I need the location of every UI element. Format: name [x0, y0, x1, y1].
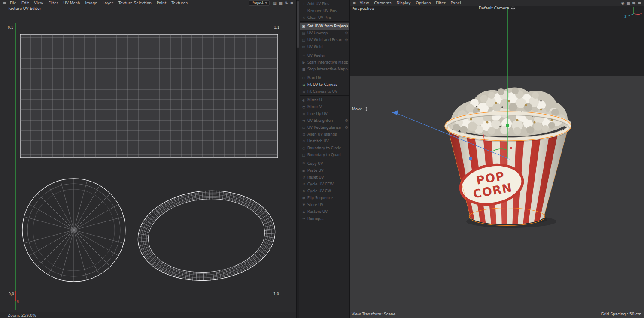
flip-icon: ⇄ [301, 196, 306, 200]
texture-uv-editor-panel: ≡ File Edit View Filter UV Mesh Image La… [0, 0, 296, 318]
gear-icon[interactable]: ⚙ [345, 118, 348, 123]
command-label: Cycle UV CW [307, 189, 331, 193]
command-fit-canvas-to-uv[interactable]: ⊟Fit Canvas to UV [300, 88, 349, 95]
uv-island-grid[interactable] [20, 34, 278, 158]
command-unstitch-uv[interactable]: ⊘Unstitch UV [300, 138, 349, 145]
menu-texture-selection[interactable]: Texture Selection [116, 1, 154, 5]
gear-icon[interactable]: ⚙ [345, 38, 348, 42]
menu-filter[interactable]: Filter [46, 1, 61, 5]
menu-icon[interactable]: ≡ [2, 1, 7, 5]
command-paste-uv[interactable]: ▣Paste UV [300, 167, 349, 174]
command-label: UV Unwrap [307, 31, 328, 35]
command-label: Cycle UV CCW [307, 182, 334, 186]
command-max-uv[interactable]: ▢Max UV [300, 74, 349, 81]
command-label: Boundary to Quad [307, 153, 341, 157]
uv-island-disc[interactable] [22, 179, 125, 282]
menu-textures[interactable]: Textures [169, 1, 190, 5]
play-icon: ▶ [301, 61, 306, 64]
mirror-v-icon: ◓ [301, 105, 306, 109]
command-label: Line Up UV [307, 112, 328, 116]
gizmo-y-handle[interactable] [506, 124, 509, 127]
vp-menu-display[interactable]: Display [394, 1, 413, 5]
stop-icon: ■ [301, 67, 306, 71]
menu-file[interactable]: File [7, 1, 19, 5]
menu-image[interactable]: Image [82, 1, 100, 5]
projection-icon: ▣ [301, 24, 306, 28]
command-label: Boundary to Circle [307, 146, 341, 150]
command-align-uv-islands[interactable]: ⊡Align UV Islands [300, 131, 349, 138]
command-mirror-v[interactable]: ◓Mirror V [300, 103, 349, 110]
command-set-uvw-from-projection[interactable]: ▣Set UVW from Projection⚙ [300, 23, 349, 30]
command-remove-uv-pins[interactable]: −Remove UV Pins [300, 7, 349, 14]
command-flip-sequence[interactable]: ⇄Flip Sequence [300, 194, 349, 201]
command-copy-uv[interactable]: ⧉Copy UV [300, 160, 349, 167]
command-boundary-to-circle[interactable]: ○Boundary to Circle [300, 145, 349, 151]
gizmo-z-arrow[interactable] [392, 110, 398, 115]
scrollbar-handle[interactable] [297, 1, 299, 48]
command-fit-uv-to-canvas[interactable]: ⊞Fit UV to Canvas [300, 81, 349, 88]
command-uv-weld-and-relax[interactable]: ◫UV Weld and Relax⚙ [300, 36, 349, 43]
fit-uv-icon: ⊞ [301, 83, 306, 87]
menu-view[interactable]: View [32, 1, 46, 5]
vp-menu-filter[interactable]: Filter [433, 1, 448, 5]
command-boundary-to-quad[interactable]: □Boundary to Quad [300, 151, 349, 158]
viewport-scene[interactable]: POP CORN [350, 0, 644, 318]
histogram-icon[interactable]: ▥ [272, 1, 278, 5]
view-mode-text: Perspective [352, 6, 374, 11]
command-clear-uv-pins[interactable]: ×Clear UV Pins [300, 14, 349, 21]
uv-island-ring[interactable] [134, 185, 279, 286]
command-cycle-uv-ccw[interactable]: ↺Cycle UV CCW [300, 181, 349, 188]
gizmo-center[interactable] [507, 158, 509, 160]
gear-icon[interactable]: ⚙ [345, 125, 348, 130]
menu-icon[interactable]: ≡ [352, 1, 357, 5]
vp-menu-options[interactable]: Options [413, 1, 434, 5]
menu-layer[interactable]: Layer [100, 1, 116, 5]
command-reset-uv[interactable]: ↺Reset UV [300, 174, 349, 181]
render-view-icon[interactable]: ◉ [620, 1, 626, 5]
command-line-up-uv[interactable]: ≡Line Up UV [300, 110, 349, 117]
project-dropdown[interactable]: Project ▼ [249, 0, 270, 6]
gizmo-z-handle[interactable] [469, 157, 472, 160]
gear-icon[interactable]: ⚙ [345, 24, 348, 28]
axis-x-label: X [640, 13, 642, 16]
uv-canvas[interactable] [0, 0, 296, 318]
menu-icon[interactable]: ≡ [637, 1, 642, 5]
view-mode-label[interactable]: Perspective [352, 6, 374, 11]
commands-scrollbar[interactable] [297, 0, 299, 318]
menu-uv-mesh[interactable]: UV Mesh [61, 1, 82, 5]
menu-icon[interactable]: ≡ [289, 1, 295, 5]
vp-menu-view[interactable]: View [357, 1, 371, 5]
camera-label[interactable]: Default Camera [479, 6, 515, 10]
command-label: Unstitch UV [307, 139, 329, 143]
command-uv-rectangularize[interactable]: ▭UV Rectangularize⚙ [300, 124, 349, 131]
command-label: Paste UV [307, 168, 324, 173]
command-uv-weld[interactable]: ▧UV Weld [300, 43, 349, 50]
chevron-down-icon: ▼ [265, 1, 267, 4]
layers-icon[interactable]: ▦ [626, 1, 631, 5]
menu-edit[interactable]: Edit [19, 1, 31, 5]
vp-menu-cameras[interactable]: Cameras [371, 1, 394, 5]
command-start-interactive-mapping[interactable]: ▶Start Interactive Mapping [300, 59, 349, 66]
swap-view-icon[interactable]: ⇅ [283, 1, 289, 5]
command-add-uv-pins[interactable]: +Add UV Pins [300, 0, 349, 7]
command-label: Reset UV [307, 175, 324, 179]
viewport-3d[interactable]: POP CORN [350, 0, 644, 318]
command-restore-uv[interactable]: ▲Restore UV [300, 208, 349, 215]
command-uv-straighten[interactable]: ⇉UV Straighten⚙ [300, 117, 349, 124]
menu-paint[interactable]: Paint [154, 1, 169, 5]
command-uv-unwrap[interactable]: ▤UV Unwrap⚙ [300, 30, 349, 36]
rotate-ccw-icon: ↺ [301, 182, 306, 186]
command-stop-interactive-mapping[interactable]: ■Stop Interactive Mapping [300, 66, 349, 73]
command-store-uv[interactable]: ▼Store UV [300, 201, 349, 208]
separator [300, 50, 349, 52]
command-mirror-u[interactable]: ◐Mirror U [300, 97, 349, 103]
gizmo-x-handle[interactable] [510, 147, 512, 149]
rotate-cw-icon: ↻ [301, 189, 306, 193]
gear-icon[interactable]: ⚙ [345, 31, 348, 35]
vp-menu-panel[interactable]: Panel [448, 1, 464, 5]
command-cycle-uv-cw[interactable]: ↻Cycle UV CW [300, 188, 349, 194]
compare-icon[interactable]: ⇆ [631, 1, 637, 5]
uv-grid-icon[interactable]: ▦ [278, 1, 283, 5]
command-remap[interactable]: →Remap... [300, 215, 349, 222]
command-uv-peeler[interactable]: ≈UV Peeler [300, 52, 349, 59]
